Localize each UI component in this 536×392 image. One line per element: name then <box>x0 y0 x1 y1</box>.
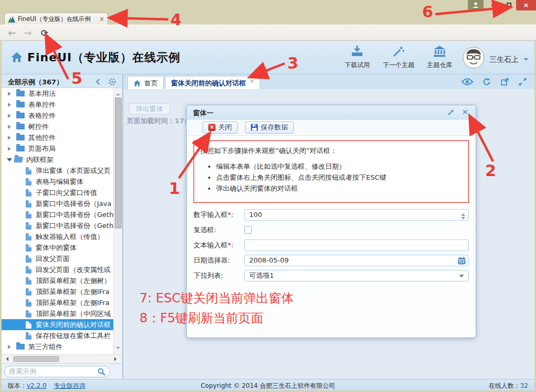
profile-button[interactable] <box>468 0 484 10</box>
scroll-right-icon[interactable] <box>114 357 119 361</box>
tree-item[interactable]: 新窗口中选择省份（Java <box>2 198 113 209</box>
close-button[interactable]: × 关闭 <box>202 122 238 134</box>
tree-item[interactable]: 新窗口中选择省份（Geth <box>2 209 113 220</box>
expand-arrow-icon[interactable] <box>8 147 13 151</box>
tree-item[interactable]: 表格与编辑窗体 <box>2 176 113 187</box>
dialog-close-icon[interactable]: ✕ <box>462 107 468 117</box>
tree-item[interactable]: 触发器输入框（传值） <box>2 231 113 242</box>
tree-item[interactable]: 弹出窗体（本页面或父页 <box>2 165 113 176</box>
file-icon <box>26 244 31 252</box>
form-row-text: 文本输入框*: <box>194 239 469 251</box>
tab-close-icon[interactable]: × <box>99 15 104 23</box>
back-button[interactable]: ← <box>5 27 19 39</box>
home-icon <box>133 80 141 87</box>
collapse-arrow-icon[interactable] <box>7 158 12 164</box>
tree-item[interactable]: 顶部菜单框架（中间区域 <box>2 308 113 319</box>
spin-down-icon[interactable] <box>461 217 465 222</box>
fullscreen-icon[interactable] <box>518 78 527 86</box>
tab-close-icon[interactable]: × <box>250 78 254 84</box>
tree-item[interactable]: 顶部菜单框架（左侧IFra <box>2 286 113 297</box>
maximize-button[interactable] <box>501 0 516 9</box>
search-placeholder: 搜索示例 <box>9 367 98 376</box>
browser-tab[interactable]: FineUI（专业版）在线示例 × <box>4 13 108 25</box>
reload-button[interactable]: ⟳ <box>38 27 51 39</box>
dialog-titlebar[interactable]: 窗体一 ✕ <box>187 105 476 119</box>
scroll-up-icon[interactable] <box>116 91 120 95</box>
file-icon <box>26 277 31 285</box>
field-label: 复选框: <box>194 225 244 235</box>
tree-item[interactable]: 子窗口向父窗口传值 <box>2 187 113 198</box>
home-icon[interactable] <box>10 51 23 64</box>
forward-button[interactable]: → <box>21 27 35 39</box>
theme-repo-label: 主题仓库 <box>420 61 459 70</box>
tree-item[interactable]: 窗体中的窗体 <box>2 242 113 253</box>
favicon <box>8 16 15 23</box>
scroll-down-icon[interactable] <box>116 347 120 351</box>
window-close-button[interactable]: × <box>516 0 536 10</box>
minimize-button[interactable] <box>487 0 501 9</box>
dialog-maximize-icon[interactable] <box>447 108 455 118</box>
tree-item[interactable]: 第三方组件 <box>2 341 113 352</box>
download-trial-button[interactable]: 下载试用 <box>337 45 377 70</box>
tree-item-label: 表单控件 <box>28 99 56 110</box>
calendar-icon[interactable] <box>458 257 466 268</box>
tree-item-label: 表格与编辑窗体 <box>36 176 83 187</box>
tree-item[interactable]: 内联框架 <box>2 154 113 165</box>
tree-vertical-scrollbar[interactable] <box>113 88 122 354</box>
theme-repo-button[interactable]: 主题仓库 <box>420 45 459 70</box>
gear-icon[interactable] <box>108 78 116 88</box>
tree-item[interactable]: 表格控件 <box>2 110 113 121</box>
tab-home[interactable]: 首页 <box>127 76 164 90</box>
field-label: 下拉列表: <box>194 271 244 280</box>
date-picker-input[interactable]: 2008-05-09 <box>244 255 469 266</box>
field-label: 数字输入框*: <box>194 210 244 220</box>
tab-confirm-dialog[interactable]: 窗体关闭前的确认对话框 × <box>165 76 260 90</box>
scroll-left-icon[interactable] <box>4 357 8 361</box>
checkbox[interactable] <box>244 226 252 234</box>
user-name[interactable]: 三生石上 <box>489 55 519 64</box>
tree-item[interactable]: 基本用法 <box>2 88 113 99</box>
collapse-panel-icon[interactable] <box>95 78 101 87</box>
tree-item[interactable]: 保存按钮放在窗体工具栏 <box>2 330 113 341</box>
popup-window-button[interactable]: 弹出窗体 <box>129 103 170 114</box>
tree-item[interactable]: 回发父页面（改变属性或 <box>2 264 113 275</box>
tree-item[interactable]: 回发父页面 <box>2 253 113 264</box>
expand-arrow-icon[interactable] <box>8 136 13 140</box>
chevron-down-icon[interactable] <box>523 58 529 63</box>
search-icon[interactable] <box>98 368 105 376</box>
expand-arrow-icon[interactable] <box>8 114 13 118</box>
spin-up-icon[interactable] <box>461 211 465 216</box>
dropdown-select[interactable]: 可选项1 <box>244 270 469 281</box>
tree-horizontal-scrollbar[interactable] <box>2 354 122 363</box>
tree-item[interactable]: 页面布局 <box>2 143 113 154</box>
expand-arrow-icon[interactable] <box>8 125 13 129</box>
scrollbar-thumb[interactable] <box>13 356 59 362</box>
tree-item[interactable]: 顶部菜单框架（左侧IFra <box>2 297 113 308</box>
floppy-disk-icon <box>251 124 258 131</box>
expand-arrow-icon[interactable] <box>8 92 13 96</box>
preview-eye-icon[interactable] <box>462 78 473 86</box>
refresh-icon[interactable] <box>482 78 491 86</box>
window-titlebar: × <box>0 0 536 12</box>
tree-item-label: 回发父页面（改变属性或 <box>36 264 111 275</box>
expand-arrow-icon[interactable] <box>8 345 13 349</box>
text-input[interactable] <box>244 239 469 251</box>
number-spinner[interactable] <box>461 211 465 222</box>
tree-item[interactable]: 窗体关闭前的确认对话框 <box>2 319 113 330</box>
tree-item[interactable]: 表单控件 <box>2 99 113 110</box>
open-new-window-icon[interactable] <box>500 78 509 86</box>
number-input[interactable]: 100 <box>244 209 469 221</box>
tree-item[interactable]: 顶部菜单框架（左侧树） <box>2 275 113 286</box>
search-input[interactable]: 搜索示例 <box>4 366 110 377</box>
next-theme-button[interactable]: 下一个主题 <box>379 45 419 70</box>
avatar[interactable] <box>463 47 485 70</box>
file-icon <box>26 189 31 197</box>
new-tab-button[interactable] <box>110 15 127 23</box>
dropdown-arrow-icon[interactable] <box>459 275 464 280</box>
tree-item[interactable]: 树控件 <box>2 121 113 132</box>
save-data-button[interactable]: 保存数据 <box>245 122 294 134</box>
tree-item[interactable]: 其他控件 <box>2 132 113 143</box>
tree-item[interactable]: 新窗口中选择省份（Geth <box>2 220 113 231</box>
expand-arrow-icon[interactable] <box>8 103 13 107</box>
scrollbar-thumb[interactable] <box>115 97 122 228</box>
